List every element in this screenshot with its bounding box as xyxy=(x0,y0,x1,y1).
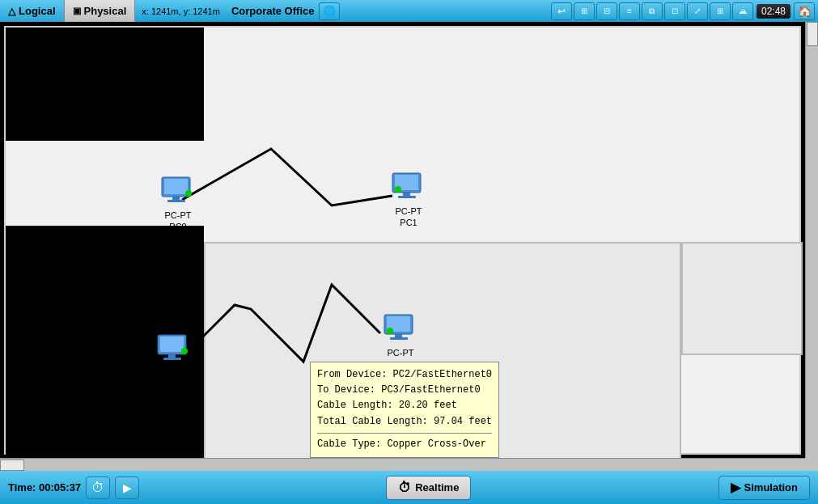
pc3-svg xyxy=(380,313,421,345)
svg-point-17 xyxy=(181,348,188,354)
scrollbar-h-thumb[interactable] xyxy=(0,460,24,471)
location-label: Corporate Office xyxy=(227,5,320,17)
tooltip-line2: To Device: PC3/FastEthernet0 xyxy=(317,383,492,398)
svg-point-23 xyxy=(387,328,393,334)
status-time: Time: 00:05:37 xyxy=(8,481,81,493)
svg-rect-1 xyxy=(164,179,188,194)
pc1-icon xyxy=(388,172,429,204)
pc1-svg xyxy=(388,172,429,204)
toolbar-icons: ↩ ⊞ ⊟ ≡ ⧉ ⊡ ⤢ ⊞ ⛰ 02:48 🏠 xyxy=(551,2,818,20)
canvas-area: PC-PT PC0 PC-PT PC1 xyxy=(0,22,818,471)
pc0-label: PC-PT PC0 xyxy=(165,210,192,233)
pc3-label: PC-PT PC-PT xyxy=(388,347,414,358)
cable-tooltip[interactable]: From Device: PC2/FastEthernet0 To Device… xyxy=(310,362,499,458)
list-btn[interactable]: ≡ xyxy=(619,2,640,20)
physical-tab-icon: ▣ xyxy=(73,6,81,16)
pc0-svg xyxy=(158,176,198,208)
scrollbar-v-thumb[interactable] xyxy=(807,22,818,46)
time-display: 02:48 xyxy=(757,4,790,19)
scrollbar-horizontal[interactable] xyxy=(0,458,805,471)
tooltip-separator xyxy=(317,433,492,434)
pc3-label-line1: PC-PT xyxy=(388,347,414,358)
svg-rect-10 xyxy=(406,195,409,197)
play-btn[interactable]: ▶ xyxy=(115,476,139,499)
device-pc3[interactable]: PC-PT PC-PT xyxy=(372,313,429,358)
tab-logical[interactable]: △ Logical xyxy=(0,0,64,22)
simulation-label: Simulation xyxy=(744,481,798,493)
svg-rect-4 xyxy=(176,199,179,201)
time-icon-btn[interactable]: ⏱ xyxy=(86,476,110,499)
pc2-label: PC-PT PC2 xyxy=(161,367,188,391)
svg-rect-13 xyxy=(160,337,184,352)
tooltip-line1: From Device: PC2/FastEthernet0 xyxy=(317,367,492,383)
realtime-icon: ⏱ xyxy=(398,481,411,495)
statusbar: Time: 00:05:37 ⏱ ▶ ⏱ Realtime ▶ Simulati… xyxy=(0,471,818,504)
pc0-icon xyxy=(158,176,198,208)
svg-point-11 xyxy=(395,186,401,193)
right-corridor xyxy=(681,242,803,355)
tab-logical-label: Logical xyxy=(19,5,56,17)
scrollbar-vertical[interactable] xyxy=(805,22,818,471)
tab-physical[interactable]: ▣ Physical xyxy=(64,0,136,22)
svg-rect-22 xyxy=(398,337,401,338)
simulation-icon: ▶ xyxy=(731,480,740,495)
tooltip-line3: Cable Length: 20.20 feet xyxy=(317,398,492,413)
realtime-btn[interactable]: ⏱ Realtime xyxy=(386,476,471,500)
home-btn[interactable]: 🏠 xyxy=(794,2,815,20)
split-btn[interactable]: ⧉ xyxy=(642,2,663,20)
realtime-label: Realtime xyxy=(415,481,459,493)
undo-btn[interactable]: ↩ xyxy=(551,2,572,20)
grid2-btn[interactable]: ⊟ xyxy=(596,2,617,20)
pc1-label: PC-PT PC1 xyxy=(396,205,422,229)
scroll-corner xyxy=(805,458,818,471)
coordinates-display: x: 1241m, y: 1241m xyxy=(135,6,227,16)
grid1-btn[interactable]: ⊞ xyxy=(574,2,595,20)
merge-btn[interactable]: ⊡ xyxy=(664,2,685,20)
mountain-btn[interactable]: ⛰ xyxy=(732,2,753,20)
logical-tab-icon: △ xyxy=(8,6,15,17)
device-pc1[interactable]: PC-PT PC1 xyxy=(380,172,437,229)
black-region-top xyxy=(6,28,204,141)
tooltip-line4: Total Cable Length: 97.04 feet xyxy=(317,414,492,430)
device-pc2[interactable]: PC-PT PC2 xyxy=(146,333,202,391)
svg-rect-16 xyxy=(172,357,175,358)
tooltip-line5: Cable Type: Copper Cross-Over xyxy=(317,437,492,452)
pc2-svg xyxy=(154,333,194,366)
device-pc0[interactable]: PC-PT PC0 xyxy=(150,176,206,233)
quad-btn[interactable]: ⊞ xyxy=(710,2,731,20)
svg-point-5 xyxy=(185,190,192,197)
simulation-btn[interactable]: ▶ Simulation xyxy=(718,476,810,500)
location-icon-btn[interactable]: 🌐 xyxy=(319,2,340,20)
toolbar: △ Logical ▣ Physical x: 1241m, y: 1241m … xyxy=(0,0,818,22)
arrows-btn[interactable]: ⤢ xyxy=(687,2,708,20)
tab-physical-label: Physical xyxy=(84,5,127,17)
pc3-icon xyxy=(380,313,421,345)
pc2-icon xyxy=(154,333,194,366)
